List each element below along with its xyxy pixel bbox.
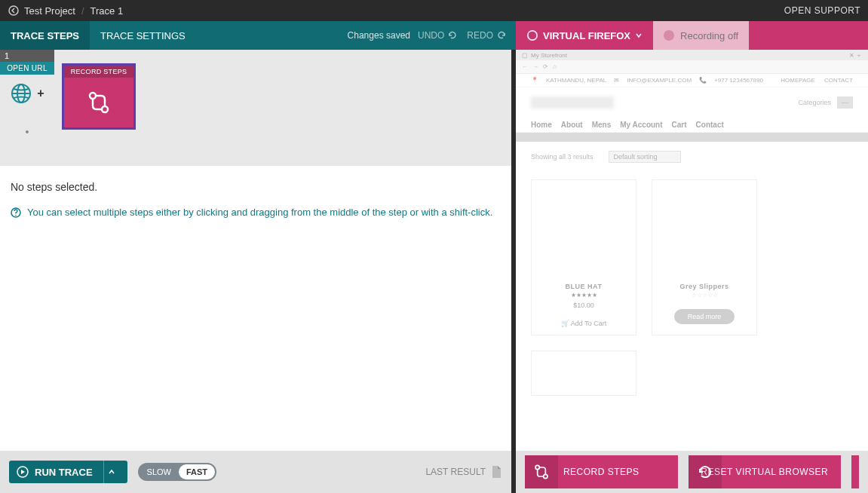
record-steps-card-label: RECORD STEPS <box>64 66 133 78</box>
preview-browser-tab: ▢My Storefront✕ ＋ <box>516 50 868 60</box>
preview-results-row: Showing all 3 results Default sorting <box>516 142 868 172</box>
left-bottom-bar: RUN TRACE SLOW FAST LAST RESULT <box>0 451 511 493</box>
run-trace-dropdown[interactable] <box>103 461 120 483</box>
speed-toggle[interactable]: SLOW FAST <box>138 463 217 481</box>
preview-nav-menu: HomeAboutMensMy AccountCartContact <box>516 118 868 133</box>
breadcrumb-separator: / <box>81 5 84 17</box>
svg-point-0 <box>9 6 18 15</box>
preview-url-bar: ←→⟳⌂ <box>516 60 868 74</box>
firefox-icon <box>526 29 538 41</box>
reset-icon <box>689 455 722 488</box>
breadcrumb-trace[interactable]: Trace 1 <box>90 5 124 17</box>
preview-product-3 <box>531 351 636 396</box>
svg-point-5 <box>90 93 96 99</box>
plus-icon[interactable]: + <box>37 87 44 100</box>
chevron-down-icon <box>635 32 643 39</box>
preview-site-header: 📍KATHMANDU, NEPAL✉INFO@EXAMPLE.COM📞+977 … <box>516 74 868 87</box>
svg-point-10 <box>535 465 539 469</box>
back-icon[interactable] <box>8 5 20 17</box>
open-support-link[interactable]: OPEN SUPPORT <box>784 5 860 16</box>
record-path-icon <box>525 455 558 488</box>
svg-point-11 <box>544 474 547 478</box>
speed-fast[interactable]: FAST <box>179 464 215 479</box>
tab-trace-steps[interactable]: TRACE STEPS <box>0 21 90 50</box>
virtual-firefox-bar: VIRTUAL FIREFOX Recording off <box>516 21 868 50</box>
preview-hero: Categories— <box>516 87 868 118</box>
selection-hint: You can select multiple steps either by … <box>11 207 501 218</box>
svg-point-6 <box>102 106 108 112</box>
step-1[interactable]: 1 OPEN URL + • <box>0 50 54 138</box>
info-area: No steps selected. You can select multip… <box>0 166 511 233</box>
preview-products: BLUE HAT ★★★★★ $10.00 🛒 Add To Cart Grey… <box>516 172 868 343</box>
right-bottom-bar: RECORD STEPS RESET VIRTUAL BROWSER <box>516 451 868 493</box>
left-panel: 1 OPEN URL + • RECORD STEPS No steps sel… <box>0 50 511 493</box>
play-icon <box>17 466 29 478</box>
redo-button[interactable]: REDO <box>467 30 507 41</box>
browser-preview: ▢My Storefront✕ ＋ ←→⟳⌂ 📍KATHMANDU, NEPAL… <box>516 50 868 451</box>
record-steps-card[interactable]: RECORD STEPS <box>62 63 136 130</box>
record-steps-button[interactable]: RECORD STEPS <box>525 455 678 488</box>
preview-subbar <box>516 133 868 142</box>
step-menu-icon[interactable]: • <box>26 126 29 138</box>
step-number: 1 <box>0 50 54 62</box>
virtual-firefox-tab[interactable]: VIRTUAL FIREFOX <box>516 29 653 41</box>
open-url-badge: OPEN URL <box>0 62 54 75</box>
record-path-icon <box>85 78 112 127</box>
preview-sort-select: Default sorting <box>609 151 681 163</box>
extra-button[interactable] <box>851 455 859 488</box>
preview-product-1: BLUE HAT ★★★★★ $10.00 🛒 Add To Cart <box>531 179 636 335</box>
breadcrumb-project[interactable]: Test Project <box>24 5 75 17</box>
changes-saved-label: Changes saved <box>348 30 410 41</box>
record-dot-icon <box>664 30 674 41</box>
help-icon <box>11 207 21 218</box>
tab-trace-settings[interactable]: TRACE SETTINGS <box>90 21 196 50</box>
top-breadcrumb-bar: Test Project / Trace 1 OPEN SUPPORT <box>0 0 868 21</box>
globe-icon <box>10 82 32 105</box>
speed-slow[interactable]: SLOW <box>140 467 179 476</box>
svg-point-8 <box>15 214 17 216</box>
reset-virtual-browser-button[interactable]: RESET VIRTUAL BROWSER <box>689 455 842 488</box>
preview-product-2: Grey Slippers ☆☆☆☆☆ Read more <box>652 179 757 335</box>
steps-strip: 1 OPEN URL + • RECORD STEPS <box>0 50 511 166</box>
right-panel: ▢My Storefront✕ ＋ ←→⟳⌂ 📍KATHMANDU, NEPAL… <box>511 50 868 493</box>
document-icon <box>490 465 502 479</box>
no-steps-selected-text: No steps selected. <box>11 181 501 193</box>
run-trace-button[interactable]: RUN TRACE <box>9 461 127 483</box>
caret-up-icon <box>109 469 115 475</box>
left-tabbar: TRACE STEPS TRACE SETTINGS Changes saved… <box>0 21 516 50</box>
last-result-button[interactable]: LAST RESULT <box>425 465 502 479</box>
recording-status-tab[interactable]: Recording off <box>653 21 749 50</box>
undo-button[interactable]: UNDO <box>418 30 458 41</box>
